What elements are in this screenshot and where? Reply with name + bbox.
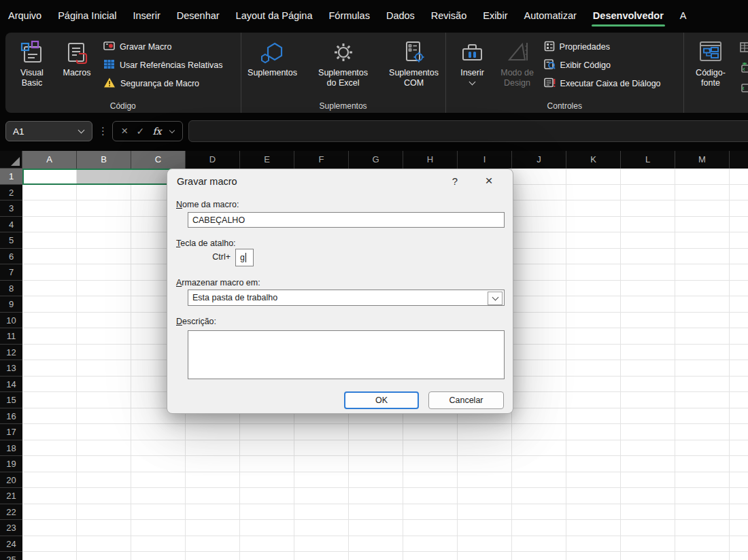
excel-addins-button[interactable]: Suplementos do Excel bbox=[308, 37, 379, 90]
row-header[interactable]: 3 bbox=[0, 200, 22, 217]
ribbon-tab[interactable]: A bbox=[672, 7, 695, 24]
row-headers: 1 2 3 4 5 6 7 8 9 10 11 12 13 14 15 bbox=[0, 169, 22, 560]
row-header[interactable]: 8 bbox=[0, 281, 22, 297]
ribbon-tab[interactable]: Página Inicial bbox=[50, 7, 124, 24]
column-header[interactable]: L bbox=[621, 151, 675, 169]
ribbon-tab[interactable]: Desenvolvedor bbox=[585, 7, 672, 24]
column-header[interactable]: M bbox=[675, 151, 730, 169]
record-macro-button[interactable]: Gravar Macro bbox=[103, 41, 222, 53]
ribbon-tab[interactable]: Exibir bbox=[475, 7, 515, 24]
dialog-help-icon[interactable]: ? bbox=[447, 175, 462, 187]
column-header[interactable]: F bbox=[294, 151, 349, 169]
ribbon-group-suplementos: Suplementos Suplementos do Excel bbox=[241, 33, 445, 113]
name-box-chevron-icon[interactable] bbox=[78, 127, 85, 134]
expansion-packs-icon[interactable] bbox=[740, 63, 748, 76]
text-caret bbox=[245, 253, 246, 262]
row-header[interactable]: 25 bbox=[0, 552, 22, 560]
cancel-button[interactable]: Cancelar bbox=[428, 391, 504, 409]
column-header[interactable]: H bbox=[403, 151, 458, 169]
formula-input[interactable] bbox=[188, 120, 748, 142]
ribbon-tab[interactable]: Inserir bbox=[124, 7, 168, 24]
import-export-icon[interactable] bbox=[740, 83, 748, 97]
column-header[interactable]: E bbox=[240, 151, 294, 169]
row-header-label: 13 bbox=[6, 363, 16, 373]
store-macro-select[interactable]: Esta pasta de trabalho bbox=[188, 290, 505, 306]
row-header[interactable]: 6 bbox=[0, 249, 22, 265]
properties-button[interactable]: Propriedades bbox=[544, 41, 661, 53]
com-addins-button[interactable]: Suplementos COM bbox=[379, 37, 449, 90]
ribbon-tab[interactable]: Layout da Página bbox=[228, 7, 321, 24]
fx-chevron-icon[interactable] bbox=[169, 127, 175, 133]
row-header[interactable]: 16 bbox=[0, 408, 22, 425]
row-header[interactable]: 4 bbox=[0, 217, 22, 233]
run-dialog-button[interactable]: Executar Caixa de Diálogo bbox=[544, 77, 661, 90]
macro-security-button[interactable]: Segurança de Macro bbox=[103, 77, 222, 90]
row-header[interactable]: 21 bbox=[0, 488, 22, 504]
row-header[interactable]: 18 bbox=[0, 440, 22, 457]
description-textarea[interactable] bbox=[188, 330, 505, 379]
row-header[interactable]: 7 bbox=[0, 264, 22, 281]
select-all-triangle-icon bbox=[11, 157, 20, 166]
addins-button[interactable]: Suplementos bbox=[237, 37, 308, 80]
name-box[interactable]: A1 bbox=[5, 121, 92, 141]
select-dropdown-button[interactable] bbox=[488, 292, 503, 305]
column-header[interactable]: C bbox=[131, 151, 186, 169]
source-button[interactable]: Código- fonte bbox=[688, 37, 733, 90]
view-code-label: Exibir Código bbox=[560, 60, 611, 70]
column-header[interactable]: J bbox=[512, 151, 566, 169]
shortcut-key-input[interactable]: g bbox=[235, 249, 254, 266]
ribbon-tab[interactable]: Revisão bbox=[423, 7, 475, 24]
view-code-button[interactable]: Exibir Código bbox=[544, 59, 661, 71]
row-header[interactable]: 14 bbox=[0, 377, 22, 393]
row-header[interactable]: 11 bbox=[0, 328, 22, 345]
row-header[interactable]: 19 bbox=[0, 456, 22, 472]
ribbon-tab[interactable]: Dados bbox=[378, 7, 423, 24]
dialog-title: Gravar macro bbox=[177, 176, 237, 187]
insert-function-icon[interactable]: fx bbox=[152, 126, 161, 137]
visual-basic-button[interactable]: Visual Basic bbox=[10, 37, 54, 90]
confirm-entry-icon[interactable]: ✓ bbox=[136, 126, 144, 137]
cancel-entry-icon[interactable]: × bbox=[121, 124, 128, 138]
row-header[interactable]: 24 bbox=[0, 536, 22, 553]
macro-name-input[interactable] bbox=[188, 212, 505, 228]
row-header[interactable]: 23 bbox=[0, 520, 22, 536]
select-chevron-icon bbox=[492, 294, 498, 301]
row-header[interactable]: 1 bbox=[0, 169, 22, 185]
source-icon bbox=[696, 38, 725, 68]
ribbon-tab-label: Arquivo bbox=[8, 10, 41, 21]
ribbon-tab[interactable]: Automatizar bbox=[515, 7, 584, 24]
row-header[interactable]: 5 bbox=[0, 232, 22, 249]
row-header[interactable]: 13 bbox=[0, 360, 22, 377]
row-header[interactable]: 9 bbox=[0, 296, 22, 313]
ribbon-tab[interactable]: Arquivo bbox=[0, 7, 50, 24]
row-header[interactable]: 22 bbox=[0, 504, 22, 521]
select-all-corner[interactable] bbox=[0, 151, 22, 169]
inserir-dropdown-chevron-icon[interactable] bbox=[469, 79, 476, 86]
formula-bar-drag-handle-icon[interactable]: ⋮ bbox=[98, 125, 108, 137]
ribbon-group-codigo: Visual Basic Macros bbox=[5, 33, 241, 113]
ribbon-tab[interactable]: Desenhar bbox=[169, 7, 228, 24]
column-header[interactable]: A bbox=[22, 151, 77, 169]
inserir-control-button[interactable]: Inserir bbox=[450, 37, 495, 86]
relative-references-button[interactable]: Usar Referências Relativas bbox=[103, 59, 222, 71]
column-header[interactable]: K bbox=[566, 151, 621, 169]
row-header[interactable]: 15 bbox=[0, 392, 22, 408]
design-mode-button: Modo de Design bbox=[495, 37, 540, 90]
map-properties-icon[interactable] bbox=[740, 42, 748, 56]
ribbon-tab[interactable]: Fórmulas bbox=[320, 7, 377, 24]
row-header[interactable]: 17 bbox=[0, 424, 22, 440]
row-header[interactable]: 2 bbox=[0, 185, 22, 201]
column-header[interactable]: B bbox=[77, 151, 131, 169]
ok-button[interactable]: OK bbox=[344, 391, 419, 409]
macros-label: Macros bbox=[63, 68, 91, 78]
row-header[interactable]: 20 bbox=[0, 472, 22, 489]
row-header[interactable]: 12 bbox=[0, 345, 22, 361]
column-header-label: F bbox=[319, 154, 324, 164]
macros-button[interactable]: Macros bbox=[54, 37, 99, 80]
group-label-codigo: Código bbox=[5, 101, 241, 111]
column-header[interactable]: I bbox=[458, 151, 512, 169]
column-header[interactable]: G bbox=[349, 151, 403, 169]
column-header[interactable]: D bbox=[186, 151, 240, 169]
dialog-close-icon[interactable]: × bbox=[480, 173, 498, 188]
row-header[interactable]: 10 bbox=[0, 313, 22, 329]
